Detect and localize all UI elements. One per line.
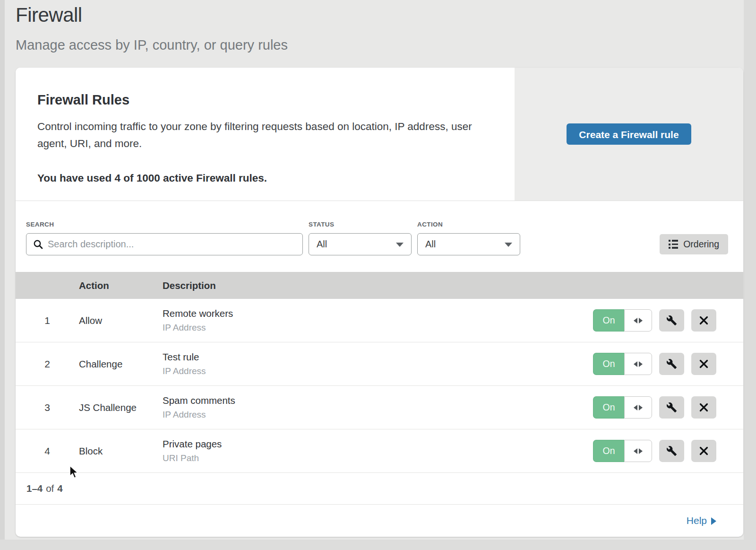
search-input[interactable] — [48, 239, 296, 250]
rule-controls: On — [593, 440, 716, 462]
rule-controls: On — [593, 353, 716, 375]
chevron-down-icon — [396, 243, 404, 247]
toggle-on-label: On — [593, 309, 624, 332]
rule-enabled-toggle[interactable]: On — [593, 309, 652, 332]
edit-rule-button[interactable] — [659, 440, 684, 462]
create-firewall-rule-button[interactable]: Create a Firewall rule — [567, 123, 691, 145]
rule-enabled-toggle[interactable]: On — [593, 396, 652, 419]
rule-action: Block — [79, 445, 163, 457]
rule-description: Spam comments — [163, 395, 593, 406]
rule-match-field: IP Address — [163, 323, 593, 333]
table-header: Action Description — [16, 272, 743, 299]
delete-rule-button[interactable] — [691, 440, 716, 462]
left-right-arrows-icon — [624, 440, 652, 462]
rule-description: Remote workers — [163, 308, 593, 319]
rule-enabled-toggle[interactable]: On — [593, 440, 652, 462]
rule-priority: 1 — [16, 315, 79, 326]
card-top-section: Firewall Rules Control incoming traffic … — [16, 68, 743, 201]
pagination-of: of — [46, 483, 54, 494]
window-edge-left — [0, 0, 5, 550]
pagination-range: 1–4 — [26, 483, 43, 494]
card-footer: Help — [16, 504, 743, 537]
rule-match-field: IP Address — [163, 366, 593, 376]
wrench-icon — [666, 358, 677, 369]
delete-rule-button[interactable] — [691, 396, 716, 419]
toggle-on-label: On — [593, 353, 624, 375]
rule-match-field: IP Address — [163, 410, 593, 420]
window-edge-bottom — [0, 540, 756, 550]
wrench-icon — [666, 445, 677, 456]
x-icon — [699, 446, 708, 455]
status-selected-value: All — [317, 239, 327, 250]
x-icon — [699, 359, 708, 368]
left-right-arrows-icon — [624, 396, 652, 419]
pagination-summary: 1–4 of 4 — [16, 473, 743, 504]
search-icon — [33, 239, 43, 249]
rule-controls: On — [593, 309, 716, 332]
rule-match-field: URI Path — [163, 453, 593, 463]
edit-rule-button[interactable] — [659, 353, 684, 375]
action-column-header: Action — [79, 280, 163, 291]
toggle-on-label: On — [593, 396, 624, 419]
table-row: 3 JS Challenge Spam comments IP Address … — [16, 386, 743, 429]
toggle-on-label: On — [593, 440, 624, 462]
table-row: 1 Allow Remote workers IP Address On — [16, 299, 743, 342]
delete-rule-button[interactable] — [691, 309, 716, 332]
rule-action: Challenge — [79, 358, 163, 370]
status-select[interactable]: All — [309, 233, 412, 255]
rule-enabled-toggle[interactable]: On — [593, 353, 652, 375]
wrench-icon — [666, 402, 677, 413]
search-filter-group: SEARCH — [26, 221, 303, 255]
page-title: Firewall — [16, 4, 82, 26]
table-row: 4 Block Private pages URI Path On — [16, 429, 743, 473]
rule-priority: 2 — [16, 358, 79, 370]
card-intro: Firewall Rules Control incoming traffic … — [16, 68, 515, 201]
card-description: Control incoming traffic to your zone by… — [37, 118, 486, 152]
help-link-label: Help — [687, 515, 707, 526]
action-label: ACTION — [417, 221, 520, 228]
rule-description: Test rule — [163, 351, 593, 363]
left-right-arrows-icon — [624, 353, 652, 375]
rule-priority: 3 — [16, 402, 79, 413]
rule-action: JS Challenge — [79, 402, 163, 413]
edit-rule-button[interactable] — [659, 396, 684, 419]
chevron-down-icon — [505, 243, 512, 247]
right-triangle-icon — [711, 517, 716, 525]
ordering-button[interactable]: Ordering — [660, 234, 728, 254]
description-column-header: Description — [163, 280, 743, 291]
card-heading: Firewall Rules — [37, 92, 496, 108]
search-label: SEARCH — [26, 221, 303, 228]
action-selected-value: All — [425, 239, 436, 250]
status-filter-group: STATUS All — [309, 221, 412, 255]
window-edge-right — [744, 0, 756, 550]
pagination-total: 4 — [57, 483, 62, 494]
rule-priority: 4 — [16, 445, 79, 457]
left-right-arrows-icon — [624, 309, 652, 332]
edit-rule-button[interactable] — [659, 309, 684, 332]
table-row: 2 Challenge Test rule IP Address On — [16, 342, 743, 386]
rule-action: Allow — [79, 315, 163, 326]
page-subtitle: Manage access by IP, country, or query r… — [16, 37, 288, 53]
wrench-icon — [666, 315, 677, 326]
action-filter-group: ACTION All — [417, 221, 520, 255]
x-icon — [699, 316, 708, 325]
action-select[interactable]: All — [417, 233, 520, 255]
rule-description: Private pages — [163, 438, 593, 450]
delete-rule-button[interactable] — [691, 353, 716, 375]
rules-usage-text: You have used 4 of 1000 active Firewall … — [37, 172, 496, 184]
rule-controls: On — [593, 396, 716, 419]
ordering-button-label: Ordering — [683, 239, 719, 250]
filters-bar: SEARCH STATUS All ACTION All — [16, 201, 743, 272]
x-icon — [699, 403, 708, 412]
card-action-panel: Create a Firewall rule — [515, 68, 743, 201]
help-link[interactable]: Help — [687, 515, 716, 526]
status-label: STATUS — [309, 221, 412, 228]
search-box[interactable] — [26, 233, 303, 255]
firewall-rules-card: Firewall Rules Control incoming traffic … — [16, 68, 743, 537]
ordered-list-icon — [669, 240, 679, 249]
